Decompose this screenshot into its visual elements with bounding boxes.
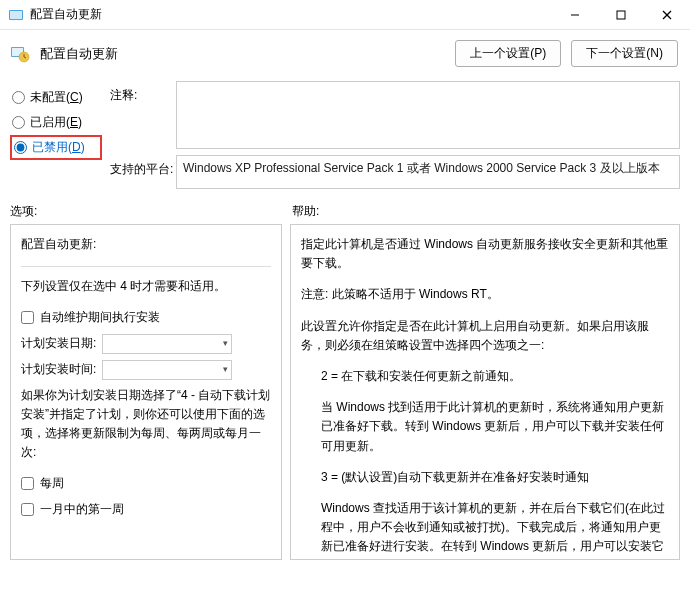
- radio-enabled-input[interactable]: [12, 116, 25, 129]
- platform-label: 支持的平台:: [110, 155, 176, 189]
- options-note: 下列设置仅在选中 4 时才需要和适用。: [21, 277, 271, 296]
- minimize-button[interactable]: [552, 0, 598, 30]
- config-top: 未配置(C) 已启用(E) 已禁用(D) 注释: 支持的平台: Windows …: [0, 75, 690, 195]
- chevron-down-icon: ▾: [223, 336, 228, 350]
- first-week-checkbox-row[interactable]: 一月中的第一周: [21, 500, 271, 519]
- radio-not-configured-input[interactable]: [12, 91, 25, 104]
- options-heading: 配置自动更新:: [21, 235, 271, 254]
- meta-column: 注释: 支持的平台: Windows XP Professional Servi…: [102, 81, 680, 195]
- maintenance-checkbox[interactable]: [21, 311, 34, 324]
- help-p2: 注意: 此策略不适用于 Windows RT。: [301, 285, 669, 304]
- divider: [21, 266, 271, 267]
- header: 配置自动更新 上一个设置(P) 下一个设置(N): [0, 30, 690, 75]
- app-icon: [8, 7, 24, 23]
- platform-value: Windows XP Professional Service Pack 1 或…: [176, 155, 680, 189]
- weekly-checkbox-label: 每周: [40, 474, 64, 493]
- install-time-label: 计划安装时间:: [21, 360, 96, 379]
- weekly-checkbox[interactable]: [21, 477, 34, 490]
- comment-input[interactable]: [176, 81, 680, 149]
- install-date-select[interactable]: ▾: [102, 334, 232, 354]
- radio-disabled-label: 已禁用(D): [32, 139, 85, 156]
- help-p3: 此设置允许你指定是否在此计算机上启用自动更新。如果启用该服务，则必须在组策略设置…: [301, 317, 669, 355]
- options-section-label: 选项:: [10, 203, 282, 220]
- help-p5: Windows 查找适用于该计算机的更新，并在后台下载它们(在此过程中，用户不会…: [301, 499, 669, 560]
- radio-disabled[interactable]: 已禁用(D): [10, 135, 102, 160]
- radio-enabled-label: 已启用(E): [30, 114, 82, 131]
- radio-not-configured[interactable]: 未配置(C): [10, 85, 102, 110]
- install-time-select[interactable]: ▾: [102, 360, 232, 380]
- close-button[interactable]: [644, 0, 690, 30]
- maintenance-checkbox-row[interactable]: 自动维护期间执行安装: [21, 308, 271, 327]
- radio-not-configured-label: 未配置(C): [30, 89, 83, 106]
- options-pane[interactable]: 配置自动更新: 下列设置仅在选中 4 时才需要和适用。 自动维护期间执行安装 计…: [10, 224, 282, 560]
- install-date-row: 计划安装日期: ▾: [21, 334, 271, 354]
- policy-icon: [10, 44, 30, 64]
- help-opt3: 3 = (默认设置)自动下载更新并在准备好安装时通知: [301, 468, 669, 487]
- next-setting-button[interactable]: 下一个设置(N): [571, 40, 678, 67]
- chevron-down-icon: ▾: [223, 362, 228, 376]
- platform-row: 支持的平台: Windows XP Professional Service P…: [110, 155, 680, 189]
- help-opt2: 2 = 在下载和安装任何更新之前通知。: [301, 367, 669, 386]
- weekly-checkbox-row[interactable]: 每周: [21, 474, 271, 493]
- window-title: 配置自动更新: [30, 6, 552, 23]
- first-week-checkbox-label: 一月中的第一周: [40, 500, 124, 519]
- maintenance-checkbox-label: 自动维护期间执行安装: [40, 308, 160, 327]
- first-week-checkbox[interactable]: [21, 503, 34, 516]
- maximize-button[interactable]: [598, 0, 644, 30]
- install-time-row: 计划安装时间: ▾: [21, 360, 271, 380]
- radio-enabled[interactable]: 已启用(E): [10, 110, 102, 135]
- panes: 配置自动更新: 下列设置仅在选中 4 时才需要和适用。 自动维护期间执行安装 计…: [0, 224, 690, 568]
- state-radios: 未配置(C) 已启用(E) 已禁用(D): [10, 81, 102, 195]
- radio-disabled-input[interactable]: [14, 141, 27, 154]
- titlebar: 配置自动更新: [0, 0, 690, 30]
- help-section-label: 帮助:: [282, 203, 680, 220]
- window-controls: [552, 0, 690, 30]
- page-title: 配置自动更新: [40, 45, 445, 63]
- help-pane[interactable]: 指定此计算机是否通过 Windows 自动更新服务接收安全更新和其他重要下载。 …: [290, 224, 680, 560]
- help-p4: 当 Windows 找到适用于此计算机的更新时，系统将通知用户更新已准备好下载。…: [301, 398, 669, 456]
- comment-row: 注释:: [110, 81, 680, 149]
- section-labels: 选项: 帮助:: [0, 195, 690, 224]
- help-p1: 指定此计算机是否通过 Windows 自动更新服务接收安全更新和其他重要下载。: [301, 235, 669, 273]
- svg-rect-1: [10, 11, 22, 19]
- comment-label: 注释:: [110, 81, 176, 149]
- schedule-note: 如果你为计划安装日期选择了“4 - 自动下载计划安装”并指定了计划，则你还可以使…: [21, 386, 271, 463]
- install-date-label: 计划安装日期:: [21, 334, 96, 353]
- previous-setting-button[interactable]: 上一个设置(P): [455, 40, 561, 67]
- svg-rect-3: [617, 11, 625, 19]
